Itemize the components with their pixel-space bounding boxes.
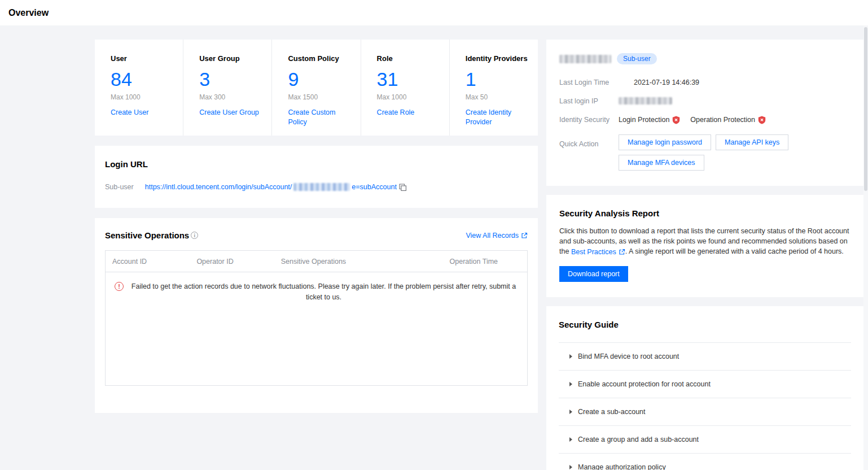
operation-protection-off-icon — [758, 116, 766, 124]
stat-max: Max 1000 — [111, 93, 178, 101]
view-all-records-link[interactable]: View All Records — [466, 232, 528, 240]
chevron-right-icon — [569, 382, 572, 386]
create-custom-policy-link[interactable]: Create Custom Policy — [288, 108, 356, 127]
last-login-time-label: Last Login Time — [559, 77, 619, 88]
best-practices-label: Best Practices — [571, 247, 616, 257]
operation-protection-label: Operation Protection — [690, 114, 755, 125]
stat-value: 3 — [199, 69, 267, 89]
redacted-url-segment — [293, 183, 350, 191]
redacted-ip — [619, 97, 672, 105]
top-bar: Overview — [0, 0, 868, 25]
login-url-row: Sub-user https://intl.cloud.tencent.com/… — [105, 183, 528, 191]
quick-action-row: Quick Action Manage login password Manag… — [559, 134, 851, 171]
sensitive-operations-card: Sensitive Operations i View All Records … — [95, 218, 538, 413]
guide-item-enable-protection[interactable]: Enable account protection for root accou… — [559, 371, 851, 398]
quick-action-label: Quick Action — [559, 138, 619, 150]
column-account-id: Account ID — [106, 258, 190, 266]
stat-label: User Group — [199, 54, 267, 63]
stat-label: User — [111, 54, 178, 63]
external-link-icon — [619, 249, 625, 255]
error-message: Failed to get the action records due to … — [128, 281, 519, 303]
manage-mfa-devices-button[interactable]: Manage MFA devices — [619, 155, 704, 171]
stat-value: 9 — [288, 69, 356, 89]
redacted-username — [559, 55, 611, 63]
guide-item-manage-authorization-policy[interactable]: Manage authorization policy — [559, 454, 851, 470]
last-login-ip-label: Last login IP — [559, 95, 619, 107]
scrollbar-track — [863, 25, 868, 470]
security-report-title: Security Analysis Report — [559, 208, 851, 218]
login-protection-label: Login Protection — [619, 114, 669, 125]
login-protection-off-icon — [672, 116, 680, 124]
stat-max: Max 300 — [199, 93, 267, 101]
stat-identity-providers: Identity Providers 1 Max 50 Create Ident… — [449, 40, 538, 136]
guide-item-bind-mfa[interactable]: Bind MFA device to root account — [559, 343, 851, 371]
stat-user-group: User Group 3 Max 300 Create User Group — [183, 40, 271, 136]
guide-item-label: Create a sub-account — [578, 408, 646, 416]
stat-label: Custom Policy — [288, 54, 356, 63]
security-report-text: Click this button to download a report t… — [559, 226, 851, 257]
last-login-ip-row: Last login IP — [559, 95, 851, 107]
view-all-records-label: View All Records — [466, 232, 519, 240]
stat-custom-policy: Custom Policy 9 Max 1500 Create Custom P… — [271, 40, 360, 136]
guide-item-label: Bind MFA device to root account — [578, 352, 679, 360]
stat-label: Role — [377, 54, 445, 63]
download-report-button[interactable]: Download report — [559, 266, 628, 282]
login-url-card: Login URL Sub-user https://intl.cloud.te… — [95, 146, 538, 208]
create-user-group-link[interactable]: Create User Group — [199, 108, 259, 118]
report-text-after: . A single report will be generated with… — [625, 247, 844, 255]
stat-value: 84 — [111, 69, 178, 89]
url-prefix: https://intl.cloud.tencent.com/login/sub… — [145, 183, 292, 191]
stat-role: Role 31 Max 1000 Create Role — [361, 40, 449, 136]
last-login-time-value: 2021-07-19 14:46:39 — [634, 77, 699, 88]
sensitive-operations-header: Sensitive Operations i View All Records — [105, 230, 528, 240]
login-url-title: Login URL — [105, 159, 528, 169]
stat-value: 31 — [377, 69, 445, 89]
create-role-link[interactable]: Create Role — [377, 108, 415, 118]
guide-item-label: Enable account protection for root accou… — [578, 380, 711, 388]
table-header-row: Account ID Operator ID Sensitive Operati… — [106, 251, 527, 272]
account-header: Sub-user — [559, 53, 851, 64]
sensitive-operations-table: Account ID Operator ID Sensitive Operati… — [105, 250, 528, 386]
error-icon: ! — [115, 282, 124, 291]
manage-api-keys-button[interactable]: Manage API keys — [716, 134, 788, 150]
guide-item-label: Create a group and add a sub-account — [578, 436, 699, 443]
stats-card: User 84 Max 1000 Create User User Group … — [95, 40, 538, 136]
guide-item-create-group[interactable]: Create a group and add a sub-account — [559, 426, 851, 454]
table-body: ! Failed to get the action records due t… — [106, 272, 527, 385]
create-user-link[interactable]: Create User — [111, 108, 148, 118]
url-suffix: e=subAccount — [352, 183, 397, 191]
chevron-right-icon — [569, 437, 572, 442]
sensitive-operations-title: Sensitive Operations — [105, 230, 189, 240]
chevron-right-icon — [569, 354, 572, 359]
info-icon[interactable]: i — [191, 232, 198, 239]
stat-value: 1 — [466, 69, 533, 89]
security-guide-title: Security Guide — [559, 306, 851, 329]
best-practices-link[interactable]: Best Practices — [571, 247, 625, 257]
chevron-right-icon — [569, 410, 572, 414]
stat-label: Identity Providers — [466, 54, 533, 63]
sub-user-login-url[interactable]: https://intl.cloud.tencent.com/login/sub… — [145, 183, 397, 191]
identity-security-row: Identity Security Login Protection Opera… — [559, 114, 851, 125]
stat-max: Max 1500 — [288, 93, 356, 101]
external-link-icon — [521, 232, 528, 239]
chevron-right-icon — [569, 465, 572, 469]
security-report-card: Security Analysis Report Click this butt… — [546, 195, 863, 297]
column-operation-time: Operation Time — [443, 258, 527, 266]
sub-user-label: Sub-user — [105, 183, 134, 191]
column-sensitive-operations: Sensitive Operations — [274, 258, 443, 266]
account-card: Sub-user Last Login Time 2021-07-19 14:4… — [546, 40, 863, 186]
page-title: Overview — [8, 8, 49, 18]
guide-item-create-sub-account[interactable]: Create a sub-account — [559, 398, 851, 426]
stat-max: Max 1000 — [377, 93, 445, 101]
sub-user-badge: Sub-user — [617, 53, 657, 64]
scrollbar-thumb[interactable] — [864, 27, 867, 191]
left-column: User 84 Max 1000 Create User User Group … — [95, 40, 538, 413]
create-identity-provider-link[interactable]: Create Identity Provider — [466, 108, 516, 127]
manage-login-password-button[interactable]: Manage login password — [619, 134, 711, 150]
security-guide-card: Security Guide Bind MFA device to root a… — [546, 306, 863, 470]
guide-item-label: Manage authorization policy — [578, 463, 666, 470]
column-operator-id: Operator ID — [190, 258, 274, 266]
stat-user: User 84 Max 1000 Create User — [95, 40, 183, 136]
last-login-time-row: Last Login Time 2021-07-19 14:46:39 — [559, 77, 851, 88]
copy-icon[interactable] — [399, 184, 406, 191]
